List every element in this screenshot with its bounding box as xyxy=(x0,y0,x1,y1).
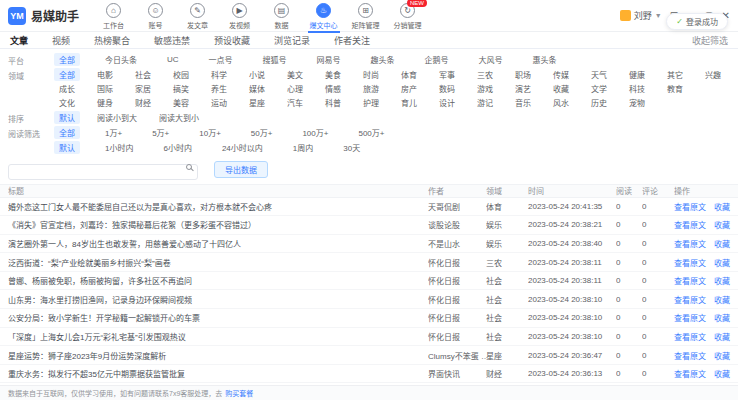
filter-chip[interactable]: 职场 xyxy=(510,68,536,81)
filter-chip[interactable]: 默认 xyxy=(54,141,80,154)
article-title[interactable]: 公安分局：致小学新生！开学秘籍一起解锁开心的车票 xyxy=(8,312,428,323)
article-title[interactable]: 《消失》官宣定档，刘嘉玲：独家揭秘幕后花絮（更多彩蛋不容错过） xyxy=(8,219,428,230)
filter-chip[interactable]: 设计 xyxy=(434,96,460,109)
filter-chip[interactable]: 美文 xyxy=(282,68,308,81)
tab-article[interactable]: 文章 xyxy=(10,34,28,47)
filter-chip[interactable]: 文学 xyxy=(586,82,612,95)
filter-chip[interactable]: 电影 xyxy=(92,68,118,81)
filter-chip[interactable]: 阅读小到大 xyxy=(92,111,142,124)
filter-chip[interactable]: 100万+ xyxy=(297,126,333,139)
filter-chip[interactable]: 全部 xyxy=(54,126,80,139)
filter-chip[interactable]: 文化 xyxy=(54,96,80,109)
article-title[interactable]: 山东男：海水里打捞旧渔网，记录身边环保瞬间视频 xyxy=(8,294,428,305)
view-original-link[interactable]: 查看原文 xyxy=(674,203,706,212)
export-data-button[interactable]: 导出数据 xyxy=(214,161,268,178)
article-title[interactable]: 重庆水务：拟发行不超35亿元中期票据获监管批复 xyxy=(8,368,428,379)
filter-chip[interactable]: 搜狐号 xyxy=(258,53,292,66)
filter-chip[interactable]: 数码 xyxy=(434,82,460,95)
filter-chip[interactable]: 宠物 xyxy=(624,96,650,109)
tab-authors[interactable]: 作者关注 xyxy=(334,34,370,47)
filter-chip[interactable]: 美容 xyxy=(168,96,194,109)
filter-chip[interactable]: 体育 xyxy=(396,68,422,81)
filter-chip[interactable]: 护理 xyxy=(358,96,384,109)
view-original-link[interactable]: 查看原文 xyxy=(674,352,706,361)
filter-chip[interactable]: 10万+ xyxy=(194,126,226,139)
filter-chip[interactable]: 一点号 xyxy=(204,53,238,66)
view-original-link[interactable]: 查看原文 xyxy=(674,370,706,379)
favorite-link[interactable]: 收藏 xyxy=(714,277,730,286)
view-original-link[interactable]: 查看原文 xyxy=(674,240,706,249)
view-original-link[interactable]: 查看原文 xyxy=(674,314,706,323)
filter-chip[interactable]: 兴趣 xyxy=(700,68,726,81)
favorite-link[interactable]: 收藏 xyxy=(714,333,730,342)
filter-chip[interactable]: 家居 xyxy=(130,82,156,95)
filter-chip[interactable]: 养生 xyxy=(206,82,232,95)
article-title[interactable]: 「深度」上海女儿会1万元“彩礼宅基”引发围观热议 xyxy=(8,331,428,342)
nav-item-post-article[interactable]: ✎发文章 xyxy=(179,1,216,30)
filter-chip[interactable]: 风水 xyxy=(548,96,574,109)
filter-chip[interactable]: 健身 xyxy=(92,96,118,109)
filter-chip[interactable]: 成长 xyxy=(54,82,80,95)
view-original-link[interactable]: 查看原文 xyxy=(674,296,706,305)
filter-chip[interactable]: 育儿 xyxy=(396,96,422,109)
filter-chip[interactable]: 1万+ xyxy=(100,126,127,139)
filter-chip[interactable]: 财经 xyxy=(130,96,156,109)
collapse-filter-label[interactable]: 收起筛选 xyxy=(692,34,728,47)
filter-chip[interactable]: 趣头条 xyxy=(366,53,400,66)
filter-chip[interactable]: 天气 xyxy=(586,68,612,81)
filter-chip[interactable]: 默认 xyxy=(54,111,80,124)
filter-chip[interactable]: 阅读大到小 xyxy=(154,111,204,124)
tab-history[interactable]: 浏览记录 xyxy=(274,34,310,47)
filter-chip[interactable]: 运动 xyxy=(206,96,232,109)
view-original-link[interactable]: 查看原文 xyxy=(674,333,706,342)
filter-chip[interactable]: 国际 xyxy=(92,82,118,95)
user-menu[interactable]: 刘野 ▼ xyxy=(620,9,662,22)
filter-chip[interactable]: 情感 xyxy=(320,82,346,95)
nav-item-account[interactable]: ☺账号 xyxy=(137,1,174,30)
filter-chip[interactable]: 全部 xyxy=(54,53,80,66)
article-title[interactable]: 婚外恋这工门女人最不能委屈自己还以为是真心喜欢，对方根本就不会心疼 xyxy=(8,201,428,212)
tab-favorites[interactable]: 预设收藏 xyxy=(214,34,250,47)
filter-chip[interactable]: 科普 xyxy=(320,96,346,109)
filter-chip[interactable]: 科学 xyxy=(206,68,232,81)
filter-chip[interactable]: 媒体 xyxy=(244,82,270,95)
filter-chip[interactable]: 汽车 xyxy=(282,96,308,109)
filter-chip[interactable]: 教育 xyxy=(662,82,688,95)
filter-chip[interactable]: 网易号 xyxy=(312,53,346,66)
filter-chip[interactable]: 社会 xyxy=(130,68,156,81)
favorite-link[interactable]: 收藏 xyxy=(714,296,730,305)
filter-chip[interactable]: 50万+ xyxy=(246,126,278,139)
article-title[interactable]: 星座运势：狮子座2023年9月份运势深度解析 xyxy=(8,350,428,361)
article-title[interactable]: 泛西街道：“梨”产业绘就美丽乡村振兴“梨”画卷 xyxy=(8,257,428,268)
nav-item-data[interactable]: ▤数据 xyxy=(263,1,300,30)
view-original-link[interactable]: 查看原文 xyxy=(674,221,706,230)
favorite-link[interactable]: 收藏 xyxy=(714,352,730,361)
favorite-link[interactable]: 收藏 xyxy=(714,314,730,323)
tab-video[interactable]: 视频 xyxy=(52,34,70,47)
filter-chip[interactable]: 其它 xyxy=(662,68,688,81)
search-input[interactable] xyxy=(8,164,198,180)
filter-chip[interactable]: 演艺 xyxy=(510,82,536,95)
filter-chip[interactable]: 科技 xyxy=(624,82,650,95)
filter-chip[interactable]: 时尚 xyxy=(358,68,384,81)
filter-chip[interactable]: 星座 xyxy=(244,96,270,109)
filter-chip[interactable]: 1小时内 xyxy=(100,141,138,154)
filter-chip[interactable]: 500万+ xyxy=(353,126,389,139)
nav-item-hot-center[interactable]: ♨爆文中心 xyxy=(305,1,342,30)
favorite-link[interactable]: 收藏 xyxy=(714,203,730,212)
filter-chip[interactable]: 校园 xyxy=(168,68,194,81)
filter-chip[interactable]: 搞笑 xyxy=(168,82,194,95)
nav-item-matrix[interactable]: ⊞矩阵管理 xyxy=(347,1,384,30)
filter-chip[interactable]: 1周内 xyxy=(288,141,318,154)
article-title[interactable]: 曾娜、杨丽被免职，杨丽被拘留，许多社区不再追问 xyxy=(8,275,428,286)
filter-chip[interactable]: 6小时内 xyxy=(158,141,196,154)
filter-chip[interactable]: 24小时以内 xyxy=(217,141,268,154)
filter-chip[interactable]: 大风号 xyxy=(474,53,508,66)
filter-chip[interactable]: 传媒 xyxy=(548,68,574,81)
tab-sensitive[interactable]: 敏感违禁 xyxy=(154,34,190,47)
view-original-link[interactable]: 查看原文 xyxy=(674,277,706,286)
filter-chip[interactable]: 军事 xyxy=(434,68,460,81)
filter-chip[interactable]: 企鹅号 xyxy=(420,53,454,66)
tab-hot-list[interactable]: 热榜聚合 xyxy=(94,34,130,47)
nav-item-workbench[interactable]: ⌂工作台 xyxy=(95,1,132,30)
